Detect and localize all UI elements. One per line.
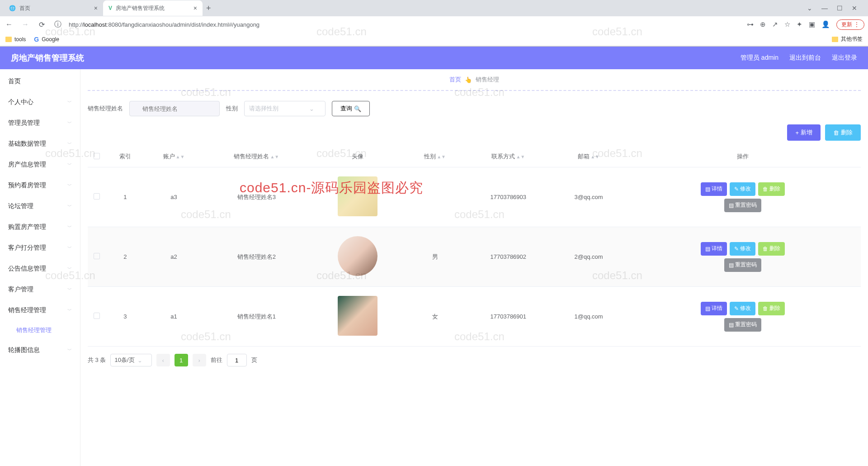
browser-tab-home[interactable]: 🌐 首页 × [4, 0, 103, 16]
doc-icon: ▤ [705, 246, 710, 252]
key-icon[interactable]: ⊶ [747, 20, 754, 29]
sidebar-item-forum[interactable]: 论坛管理﹀ [0, 196, 80, 217]
reset-password-button[interactable]: ▤重置密码 [724, 258, 761, 272]
dropdown-icon[interactable]: ⌄ [807, 5, 812, 12]
info-icon[interactable]: ⓘ [52, 20, 63, 29]
update-button[interactable]: 更新⋮ [836, 19, 864, 30]
col-actions: 操作 [625, 146, 861, 167]
sidebar-item-basedata[interactable]: 基础数据管理﹀ [0, 133, 80, 154]
chevron-down-icon: ﹀ [67, 99, 72, 105]
chevron-down-icon: ﹀ [67, 120, 72, 126]
chevron-down-icon: ﹀ [67, 245, 72, 251]
doc-icon: ▤ [729, 262, 734, 268]
col-name[interactable]: 销售经理姓名▲▼ [203, 146, 310, 167]
col-account[interactable]: 账户▲▼ [145, 146, 203, 167]
page-number-1[interactable]: 1 [175, 354, 188, 366]
prev-page-button[interactable]: ‹ [156, 354, 170, 366]
back-icon[interactable]: ← [4, 20, 14, 29]
sidebar-item-purchase[interactable]: 购置房产管理﹀ [0, 217, 80, 238]
next-page-button[interactable]: › [193, 354, 206, 366]
sidebar-item-admin[interactable]: 管理员管理﹀ [0, 113, 80, 133]
action-bar: +新增 🗑删除 [88, 124, 861, 141]
row-delete-button[interactable]: 🗑删除 [758, 302, 785, 315]
sidebar-subitem-salesmanager[interactable]: 销售经理管理 [0, 321, 80, 340]
col-index[interactable]: 索引 [106, 146, 145, 167]
extension-icon[interactable]: ✦ [797, 20, 802, 29]
breadcrumb-home[interactable]: 首页 [449, 76, 461, 84]
edit-button[interactable]: ✎修改 [730, 242, 755, 256]
trash-icon: 🗑 [763, 305, 768, 312]
chevron-down-icon: ﹀ [67, 141, 72, 147]
edit-button[interactable]: ✎修改 [730, 182, 755, 196]
sidebar-item-rating[interactable]: 客户打分管理﹀ [0, 238, 80, 258]
col-phone[interactable]: 联系方式▲▼ [464, 146, 552, 167]
search-name-input[interactable] [129, 101, 220, 116]
sidebar-item-salesmanager[interactable]: 销售经理管理﹀ [0, 300, 80, 321]
sidebar-item-personal[interactable]: 个人中心﹀ [0, 92, 80, 113]
main-content: 首页 👆 销售经理 销售经理姓名 🔍 性别 请选择性别 ⌄ 查询🔍 +新增 🗑删… [80, 69, 868, 466]
close-icon[interactable]: × [94, 5, 98, 12]
cell-avatar [310, 227, 406, 287]
new-tab-button[interactable]: + [203, 4, 215, 13]
trash-icon: 🗑 [763, 246, 768, 252]
search-gender-label: 性别 [226, 105, 238, 113]
user-label[interactable]: 管理员 admin [741, 54, 778, 62]
zoom-icon[interactable]: ⊕ [760, 20, 766, 29]
close-icon[interactable]: × [193, 5, 197, 12]
edit-button[interactable]: ✎修改 [730, 302, 755, 315]
delete-button[interactable]: 🗑删除 [825, 124, 861, 141]
detail-button[interactable]: ▤详情 [701, 242, 727, 256]
close-window-icon[interactable]: ✕ [852, 5, 857, 12]
page-size-select[interactable]: 10条/页⌄ [110, 354, 151, 366]
sidebar-item-home[interactable]: 首页 [0, 71, 80, 92]
sidebar-item-notice[interactable]: 公告信息管理﹀ [0, 258, 80, 279]
row-checkbox[interactable] [94, 253, 100, 259]
detail-button[interactable]: ▤详情 [701, 302, 727, 315]
sidebar-item-customer[interactable]: 客户管理﹀ [0, 279, 80, 300]
hand-icon: 👆 [465, 76, 472, 83]
app-title: 房地产销售管理系统 [11, 52, 84, 63]
query-button[interactable]: 查询🔍 [332, 101, 370, 116]
panel-icon[interactable]: ▣ [809, 20, 815, 29]
checkbox-all[interactable] [94, 153, 100, 159]
reset-password-button[interactable]: ▤重置密码 [724, 199, 761, 212]
sidebar-item-appointment[interactable]: 预约看房管理﹀ [0, 175, 80, 196]
url-input[interactable]: http://localhost:8080/fangdicanxiaoshou/… [69, 21, 741, 28]
row-delete-button[interactable]: 🗑删除 [758, 242, 785, 256]
page-suffix: 页 [251, 356, 257, 364]
search-gender-select[interactable]: 请选择性别 ⌄ [244, 101, 326, 116]
row-delete-button[interactable]: 🗑删除 [758, 182, 785, 196]
minimize-icon[interactable]: — [821, 5, 828, 12]
breadcrumb: 首页 👆 销售经理 [88, 69, 861, 91]
sort-icon: ▲▼ [437, 156, 446, 158]
chevron-down-icon: ﹀ [67, 203, 72, 209]
browser-tab-app[interactable]: V 房地产销售管理系统 × [103, 0, 203, 16]
bookmark-google[interactable]: GGoogle [34, 36, 59, 43]
reload-icon[interactable]: ⟳ [36, 20, 47, 29]
logout-front-link[interactable]: 退出到前台 [789, 54, 821, 62]
cell-account: a1 [145, 287, 203, 347]
sidebar-item-carousel[interactable]: 轮播图信息﹀ [0, 340, 80, 361]
detail-button[interactable]: ▤详情 [701, 182, 727, 196]
maximize-icon[interactable]: ☐ [837, 5, 843, 12]
folder-icon [832, 37, 838, 42]
chevron-down-icon: ﹀ [67, 182, 72, 189]
bookmark-tools[interactable]: tools [5, 36, 26, 43]
bookmark-icon[interactable]: ☆ [784, 20, 790, 29]
reset-password-button[interactable]: ▤重置密码 [724, 318, 761, 332]
goto-page-input[interactable] [227, 354, 247, 366]
breadcrumb-current: 销售经理 [476, 76, 499, 84]
row-actions: ▤详情 ✎修改 🗑删除 ▤重置密码 [689, 242, 797, 272]
row-checkbox[interactable] [94, 313, 100, 319]
col-email[interactable]: 邮箱▲▼ [552, 146, 625, 167]
profile-icon[interactable]: 👤 [821, 20, 830, 29]
col-gender[interactable]: 性别▲▼ [406, 146, 464, 167]
sidebar-item-property[interactable]: 房产信息管理﹀ [0, 154, 80, 175]
row-checkbox[interactable] [94, 193, 100, 200]
sidebar: 首页 个人中心﹀ 管理员管理﹀ 基础数据管理﹀ 房产信息管理﹀ 预约看房管理﹀ … [0, 69, 80, 466]
logout-link[interactable]: 退出登录 [832, 54, 857, 62]
bookmark-other[interactable]: 其他书签 [832, 35, 863, 43]
share-icon[interactable]: ↗ [772, 20, 778, 29]
add-button[interactable]: +新增 [787, 124, 821, 141]
forward-icon[interactable]: → [20, 20, 31, 29]
